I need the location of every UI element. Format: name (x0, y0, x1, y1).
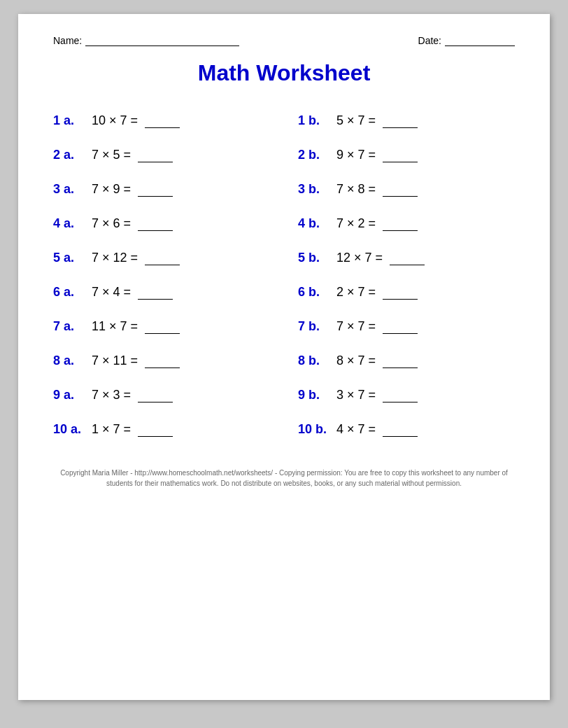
answer-line (145, 253, 180, 265)
footer-text: Copyright Maria Miller - http://www.home… (53, 468, 515, 489)
answer-line (145, 115, 180, 128)
problem-equation: 1 × 7 = (92, 422, 173, 437)
problem-row: 6 a. 7 × 4 = (53, 275, 284, 309)
problem-equation: 10 × 7 = (92, 113, 180, 128)
problem-row: 3 a. 7 × 9 = (53, 172, 284, 206)
answer-line (383, 424, 418, 437)
name-label: Name: (53, 35, 82, 46)
problem-number: 8 b. (298, 354, 336, 368)
problem-number: 7 a. (53, 319, 92, 334)
problem-row: 8 b. 8 × 7 = (284, 344, 515, 378)
answer-line (145, 356, 180, 368)
problem-equation: 8 × 7 = (336, 354, 418, 368)
problem-number: 9 a. (53, 388, 92, 402)
problem-equation: 2 × 7 = (336, 285, 418, 300)
problem-equation: 4 × 7 = (336, 422, 418, 437)
problem-row: 7 b. 7 × 7 = (284, 309, 515, 344)
problem-row: 1 a. 10 × 7 = (53, 104, 284, 138)
answer-line (383, 150, 418, 162)
problem-row: 9 a. 7 × 3 = (53, 378, 284, 412)
answer-line (138, 150, 173, 162)
answer-line (383, 356, 418, 368)
date-field: Date: (418, 35, 515, 46)
problem-number: 5 a. (53, 251, 92, 265)
problem-number: 10 b. (298, 422, 336, 437)
problem-equation: 7 × 8 = (336, 182, 418, 197)
problem-number: 8 a. (53, 354, 92, 368)
problem-row: 4 a. 7 × 6 = (53, 206, 284, 241)
problem-row: 5 b. 12 × 7 = (284, 241, 515, 275)
problem-number: 9 b. (298, 388, 336, 402)
problem-equation: 7 × 3 = (92, 388, 173, 402)
problem-number: 5 b. (298, 251, 336, 265)
answer-line (383, 287, 418, 300)
answer-line (138, 424, 173, 437)
problem-number: 10 a. (53, 422, 92, 437)
problem-row: 5 a. 7 × 12 = (53, 241, 284, 275)
problem-row: 4 b. 7 × 2 = (284, 206, 515, 241)
problem-equation: 7 × 2 = (336, 216, 418, 231)
problem-equation: 11 × 7 = (92, 319, 180, 334)
name-field: Name: (53, 35, 239, 46)
problem-equation: 3 × 7 = (336, 388, 418, 402)
answer-line (390, 253, 425, 265)
answer-line (383, 321, 418, 334)
problem-number: 2 a. (53, 148, 92, 162)
problem-row: 2 b. 9 × 7 = (284, 138, 515, 172)
header-row: Name: Date: (53, 35, 515, 46)
problem-equation: 7 × 7 = (336, 319, 418, 334)
answer-line (138, 218, 173, 231)
worksheet-page: Name: Date: Math Worksheet 1 a. 10 × 7 =… (18, 14, 550, 700)
answer-line (138, 390, 173, 402)
problem-row: 10 a. 1 × 7 = (53, 412, 284, 447)
problem-row: 1 b. 5 × 7 = (284, 104, 515, 138)
problem-equation: 7 × 12 = (92, 251, 180, 265)
answer-line (383, 390, 418, 402)
problem-number: 4 a. (53, 216, 92, 231)
name-line (85, 35, 239, 46)
problem-row: 10 b. 4 × 7 = (284, 412, 515, 447)
problem-equation: 5 × 7 = (336, 113, 418, 128)
problem-number: 2 b. (298, 148, 336, 162)
problem-number: 4 b. (298, 216, 336, 231)
problem-number: 1 b. (298, 113, 336, 128)
problem-row: 9 b. 3 × 7 = (284, 378, 515, 412)
problem-equation: 7 × 11 = (92, 354, 180, 368)
answer-line (383, 115, 418, 128)
problem-row: 3 b. 7 × 8 = (284, 172, 515, 206)
problem-number: 1 a. (53, 113, 92, 128)
problem-number: 6 a. (53, 285, 92, 300)
problem-equation: 7 × 4 = (92, 285, 173, 300)
problem-number: 7 b. (298, 319, 336, 334)
answer-line (383, 184, 418, 197)
problem-equation: 12 × 7 = (336, 251, 425, 265)
problem-number: 3 b. (298, 182, 336, 197)
answer-line (138, 184, 173, 197)
problem-row: 8 a. 7 × 11 = (53, 344, 284, 378)
answer-line (145, 321, 180, 334)
date-line (445, 35, 515, 46)
problem-equation: 7 × 9 = (92, 182, 173, 197)
page-title: Math Worksheet (53, 60, 515, 86)
problem-equation: 7 × 6 = (92, 216, 173, 231)
problem-row: 2 a. 7 × 5 = (53, 138, 284, 172)
problem-row: 7 a. 11 × 7 = (53, 309, 284, 344)
answer-line (383, 218, 418, 231)
problem-equation: 9 × 7 = (336, 148, 418, 162)
problem-row: 6 b. 2 × 7 = (284, 275, 515, 309)
problem-equation: 7 × 5 = (92, 148, 173, 162)
problems-grid: 1 a. 10 × 7 = 1 b. 5 × 7 = 2 a. 7 × 5 = … (53, 104, 515, 447)
answer-line (138, 287, 173, 300)
problem-number: 6 b. (298, 285, 336, 300)
problem-number: 3 a. (53, 182, 92, 197)
date-label: Date: (418, 35, 441, 46)
